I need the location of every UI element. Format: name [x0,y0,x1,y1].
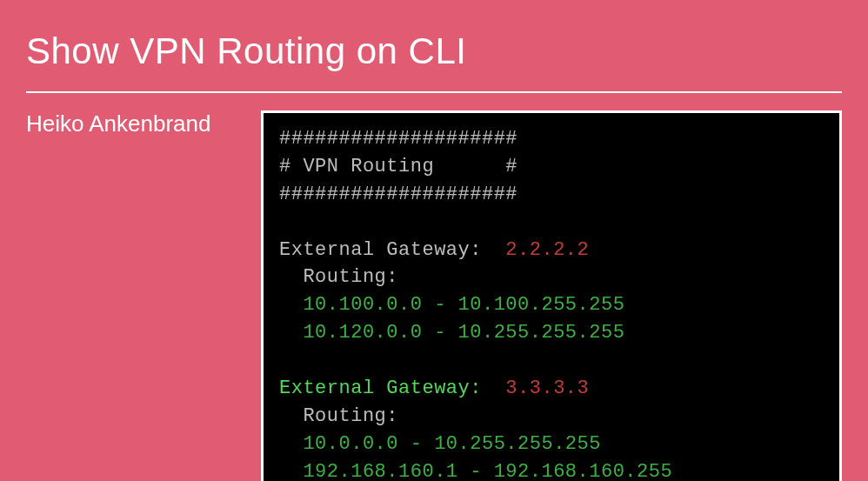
route-entry [279,433,303,455]
slide-container: Show VPN Routing on CLI Heiko Ankenbrand… [0,0,868,481]
gateway-label: External Gateway: [279,377,482,399]
route-entry [279,294,303,316]
banner-line: #################### [279,184,517,205]
routing-label [279,405,303,427]
banner-line: # VPN Routing # [279,156,517,177]
route-entry: 10.100.0.0 - 10.100.255.255 [303,294,624,316]
page-title: Show VPN Routing on CLI [26,30,842,72]
route-entry: 10.120.0.0 - 10.255.255.255 [303,322,624,344]
content-row: Heiko Ankenbrand #################### # … [26,110,842,481]
gateway-value: 2.2.2.2 [505,239,589,261]
routing-label [279,266,303,288]
gateway-value: 3.3.3.3 [505,377,589,399]
banner-line: #################### [279,128,517,150]
gateway-label: External Gateway: [279,239,482,261]
routing-label: Routing: [303,266,398,288]
title-divider [26,91,842,93]
route-entry [279,461,303,481]
terminal-output: #################### # VPN Routing # ###… [261,110,842,481]
routing-label: Routing: [303,405,398,427]
route-entry: 192.168.160.1 - 192.168.160.255 [303,461,672,481]
route-entry [279,322,303,344]
author-name: Heiko Ankenbrand [26,110,235,137]
route-entry: 10.0.0.0 - 10.255.255.255 [303,433,601,455]
